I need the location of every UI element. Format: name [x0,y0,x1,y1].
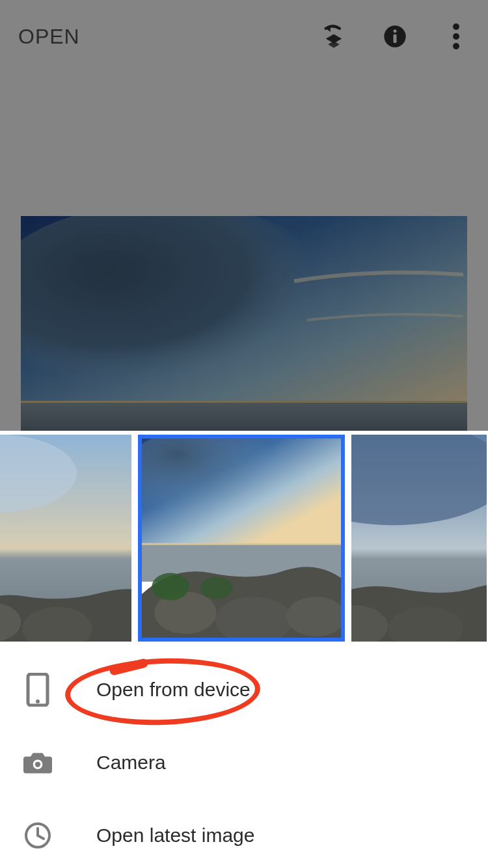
svg-point-7 [453,33,459,40]
top-bar: OPEN [0,0,488,73]
svg-rect-20 [142,543,341,545]
open-latest-label: Open latest image [96,824,254,847]
svg-rect-5 [394,34,397,43]
thumbnail-item[interactable] [351,435,487,642]
thumbnail-item[interactable] [0,435,131,642]
device-icon [23,675,52,704]
topbar-icon-group [320,23,470,50]
svg-point-31 [36,699,40,703]
editor-background: OPEN [0,0,488,431]
svg-point-25 [200,576,233,599]
open-from-device-item[interactable]: Open from device [0,653,488,726]
thumbnail-item-selected[interactable] [138,435,345,642]
svg-point-27 [351,435,487,525]
open-from-device-label: Open from device [96,679,251,701]
svg-rect-12 [21,401,467,403]
main-preview-image[interactable] [21,216,467,431]
svg-point-33 [35,762,40,767]
open-button[interactable]: OPEN [18,25,80,49]
clock-icon [23,821,52,850]
info-icon[interactable] [381,23,409,50]
camera-icon [23,748,52,777]
svg-point-8 [453,43,459,49]
svg-line-36 [38,835,44,839]
svg-point-6 [453,23,459,30]
more-icon[interactable] [442,23,470,50]
svg-marker-2 [328,41,340,48]
camera-label: Camera [96,752,166,774]
recent-thumbnails-row[interactable] [0,431,488,645]
open-menu: Open from device Camera [0,645,488,868]
open-latest-item[interactable]: Open latest image [0,799,488,868]
undo-layers-icon[interactable] [320,23,347,50]
svg-rect-11 [21,402,467,431]
svg-point-24 [152,573,189,601]
camera-item[interactable]: Camera [0,726,488,799]
open-image-sheet: Open from device Camera [0,431,488,868]
svg-point-4 [394,29,397,33]
